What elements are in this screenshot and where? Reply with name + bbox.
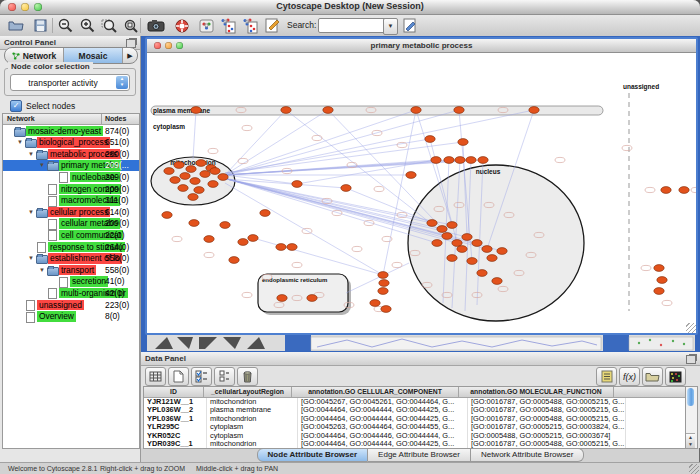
- tree-row[interactable]: ▼biological_process651(0): [3, 137, 139, 149]
- expand-arrow-icon[interactable]: ▼: [39, 267, 45, 273]
- graph-node[interactable]: [482, 246, 492, 253]
- graph-edge[interactable]: [297, 160, 436, 184]
- expand-arrow-icon[interactable]: ▼: [28, 151, 34, 157]
- expand-arrow-icon[interactable]: ▼: [28, 255, 34, 261]
- graph-node[interactable]: [462, 234, 472, 241]
- float-panel-icon[interactable]: [686, 355, 696, 364]
- tree-row[interactable]: ▼cellular process614(0): [3, 206, 139, 218]
- vizmapper-button[interactable]: [196, 17, 216, 34]
- graph-node[interactable]: [432, 240, 442, 247]
- tree-row[interactable]: cell communicat22(0): [3, 229, 139, 241]
- graph-node[interactable]: [487, 255, 497, 262]
- graph-node[interactable]: [378, 272, 388, 279]
- graph-node[interactable]: [178, 185, 188, 192]
- graph-node[interactable]: [341, 185, 351, 192]
- tree-row[interactable]: macromolecule311(0): [3, 195, 139, 207]
- help-button[interactable]: [172, 17, 192, 34]
- window-titlebar[interactable]: Cytoscape Desktop (New Session): [0, 0, 700, 15]
- graph-node[interactable]: [437, 226, 447, 233]
- graph-node[interactable]: [276, 244, 286, 251]
- graph-node[interactable]: [431, 157, 441, 164]
- table-vertical-scrollbar[interactable]: ▲▼: [685, 386, 698, 449]
- graph-node[interactable]: [657, 277, 667, 284]
- graph-node[interactable]: [442, 233, 452, 240]
- graph-node[interactable]: [679, 187, 689, 194]
- graph-node[interactable]: [287, 244, 297, 251]
- attribute-grid-button[interactable]: [145, 367, 166, 386]
- table-column-header[interactable]: ID: [144, 387, 204, 397]
- expand-arrow-icon[interactable]: ▼: [28, 209, 34, 215]
- graph-node[interactable]: [466, 157, 476, 164]
- tree-row[interactable]: mosaic-demo-yeast874(0): [3, 125, 139, 137]
- tab-network[interactable]: Network: [5, 48, 64, 63]
- graph-node[interactable]: [425, 136, 435, 143]
- graph-node[interactable]: [529, 107, 539, 114]
- function-builder-button[interactable]: f(x): [619, 367, 640, 386]
- graph-node[interactable]: [220, 222, 230, 229]
- tree-row[interactable]: ▼transport558(0): [3, 264, 139, 276]
- delete-attribute-button[interactable]: [237, 367, 258, 386]
- tree-row[interactable]: secretion41(0): [3, 276, 139, 288]
- graph-node[interactable]: [452, 240, 462, 247]
- graph-node[interactable]: [457, 246, 467, 253]
- graph-node[interactable]: [162, 212, 172, 219]
- graph-edge[interactable]: [253, 238, 383, 275]
- expand-arrow-icon[interactable]: ▼: [39, 162, 45, 168]
- graph-node[interactable]: [307, 295, 317, 302]
- graph-node[interactable]: [444, 157, 454, 164]
- graph-node[interactable]: [188, 194, 198, 201]
- tree-row[interactable]: multi-organism pr42(0): [3, 287, 139, 299]
- network-view-titlebar[interactable]: primary metabolic process: [147, 39, 696, 53]
- graph-node[interactable]: [190, 178, 200, 185]
- tab-node-attribute-browser[interactable]: Node Attribute Browser: [257, 448, 369, 462]
- tree-row[interactable]: response to stimulu264(0): [3, 241, 139, 253]
- graph-node[interactable]: [210, 168, 220, 175]
- tree-row[interactable]: ▼establishment of lo558(0): [3, 253, 139, 265]
- graph-node[interactable]: [370, 300, 380, 307]
- select-attributes-button[interactable]: [191, 367, 212, 386]
- tab-network-attribute-browser[interactable]: Network Attribute Browser: [471, 448, 584, 462]
- graph-edge[interactable]: [227, 179, 452, 225]
- annotation-button[interactable]: [262, 17, 282, 34]
- graph-node[interactable]: [164, 168, 174, 175]
- select-nodes-checkbox[interactable]: ✓: [10, 100, 22, 112]
- graph-node[interactable]: [447, 222, 457, 229]
- graph-node[interactable]: [180, 173, 190, 180]
- zoom-fit-button[interactable]: [121, 17, 141, 34]
- scrollbar-arrows[interactable]: ▲▼: [686, 433, 695, 448]
- import-attributes-button[interactable]: [642, 367, 663, 386]
- table-row[interactable]: YLR295Ccytoplasm[GO:0045263, GO:0044464,…: [144, 423, 690, 431]
- graph-node[interactable]: [497, 248, 507, 255]
- graph-node[interactable]: [478, 157, 488, 164]
- tree-row[interactable]: nitrogen compo209(0): [3, 183, 139, 195]
- tree-row[interactable]: ▼metabolic process280(0): [3, 148, 139, 160]
- graph-node[interactable]: [191, 107, 201, 114]
- graph-node[interactable]: [186, 166, 196, 173]
- attribute-list-button[interactable]: [596, 367, 617, 386]
- search-dropdown-icon[interactable]: ▼: [383, 18, 398, 35]
- view-resize-grip[interactable]: [686, 323, 696, 333]
- tree-row[interactable]: Overview8(0): [3, 311, 139, 323]
- graph-node[interactable]: [411, 107, 421, 114]
- graph-node[interactable]: [467, 258, 477, 265]
- graph-node[interactable]: [447, 255, 457, 262]
- save-session-button[interactable]: [30, 17, 50, 34]
- unselect-attributes-button[interactable]: [214, 367, 235, 386]
- expand-arrow-icon[interactable]: ▼: [17, 139, 23, 145]
- attribute-matrix-button[interactable]: [665, 367, 686, 386]
- graph-edge[interactable]: [225, 110, 459, 175]
- graph-node[interactable]: [204, 236, 214, 243]
- zoom-in-button[interactable]: [77, 17, 97, 34]
- scrollbar-thumb[interactable]: [687, 388, 694, 406]
- table-column-header[interactable]: [614, 387, 690, 397]
- graph-edge[interactable]: [286, 110, 447, 236]
- graph-node[interactable]: [277, 295, 287, 302]
- network-canvas[interactable]: plasma membranecytoplasmmitochondrionnuc…: [147, 53, 696, 333]
- window-resize-grip[interactable]: [689, 464, 699, 474]
- graph-node[interactable]: [200, 171, 210, 178]
- graph-node[interactable]: [654, 288, 664, 295]
- table-row[interactable]: YKR052Ccytoplasm[GO:0044464, GO:0044446,…: [144, 432, 690, 440]
- table-row[interactable]: YPL036W__2plasma membrane[GO:0044464, GO…: [144, 406, 690, 414]
- zoom-out-button[interactable]: [55, 17, 75, 34]
- graph-node[interactable]: [292, 181, 302, 188]
